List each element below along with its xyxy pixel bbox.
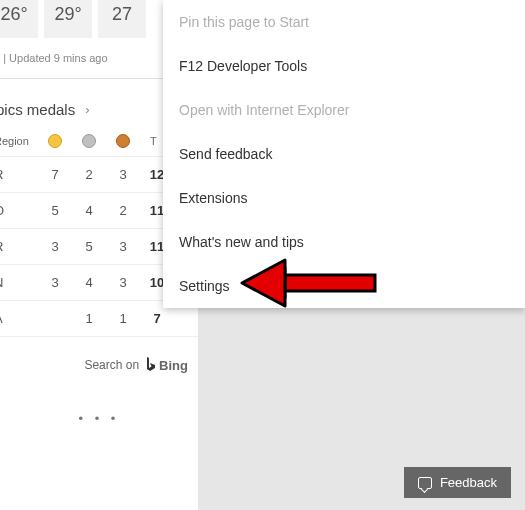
silver-cell: 4 xyxy=(72,275,106,290)
menu-item-open-ie: Open with Internet Explorer xyxy=(163,88,525,132)
country-cell: A xyxy=(0,311,38,326)
weather-tile[interactable]: 29° xyxy=(44,0,92,38)
gold-medal-icon xyxy=(48,134,62,148)
bing-text: Bing xyxy=(159,358,188,373)
silver-cell: 1 xyxy=(72,311,106,326)
medals-title: pics medals xyxy=(0,101,75,118)
silver-cell: 4 xyxy=(72,203,106,218)
bronze-cell: 3 xyxy=(106,167,140,182)
country-cell: R xyxy=(0,239,38,254)
country-cell: R xyxy=(0,167,38,182)
total-header: T xyxy=(150,135,157,147)
weather-tile[interactable]: 26° xyxy=(0,0,38,38)
menu-item-send-feedback[interactable]: Send feedback xyxy=(163,132,525,176)
total-cell: 7 xyxy=(140,311,174,326)
bronze-cell: 3 xyxy=(106,239,140,254)
silver-cell: 5 xyxy=(72,239,106,254)
menu-item-settings[interactable]: Settings xyxy=(163,264,525,308)
gold-cell: 3 xyxy=(38,239,72,254)
menu-item-extensions[interactable]: Extensions xyxy=(163,176,525,220)
bronze-cell: 3 xyxy=(106,275,140,290)
bing-logo: Bing xyxy=(145,357,188,373)
feedback-button[interactable]: Feedback xyxy=(404,467,511,498)
country-cell: N xyxy=(0,275,38,290)
bronze-cell: 2 xyxy=(106,203,140,218)
menu-item-pin: Pin this page to Start xyxy=(163,0,525,44)
gold-cell: 3 xyxy=(38,275,72,290)
silver-medal-icon xyxy=(82,134,96,148)
more-dots-icon[interactable]: • • • xyxy=(0,373,198,426)
region-header: Region xyxy=(0,135,38,147)
bing-icon xyxy=(145,357,157,373)
search-label: Search on xyxy=(84,358,139,372)
speech-bubble-icon xyxy=(418,477,432,489)
gold-cell: 5 xyxy=(38,203,72,218)
weather-tile[interactable]: 27 xyxy=(98,0,146,38)
bronze-medal-icon xyxy=(116,134,130,148)
gold-cell: 7 xyxy=(38,167,72,182)
country-cell: O xyxy=(0,203,38,218)
menu-item-whats-new[interactable]: What's new and tips xyxy=(163,220,525,264)
chevron-right-icon: › xyxy=(85,102,89,117)
feedback-label: Feedback xyxy=(440,475,497,490)
menu-item-devtools[interactable]: F12 Developer Tools xyxy=(163,44,525,88)
more-actions-menu: Pin this page to StartF12 Developer Tool… xyxy=(163,0,525,308)
search-on-row[interactable]: Search on Bing xyxy=(0,337,198,373)
silver-cell: 2 xyxy=(72,167,106,182)
bronze-cell: 1 xyxy=(106,311,140,326)
